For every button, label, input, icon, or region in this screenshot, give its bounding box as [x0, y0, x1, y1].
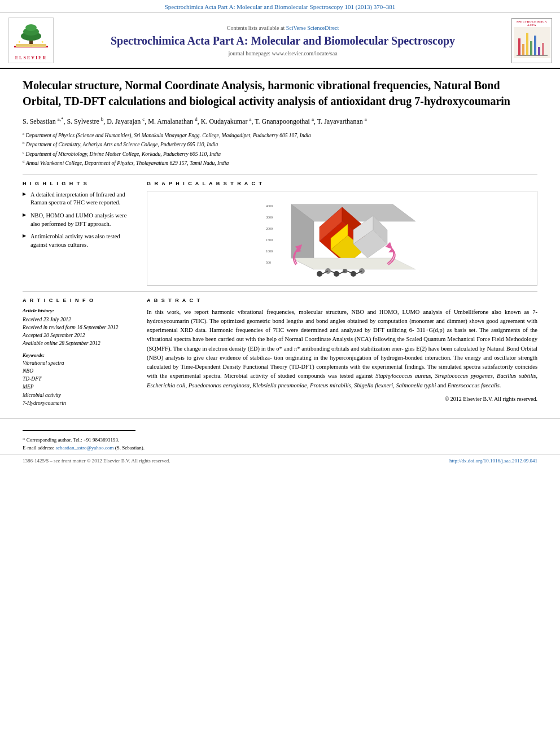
keyword-1: Vibrational spectra	[23, 359, 135, 367]
keyword-4: MEP	[23, 383, 135, 391]
elsevier-logo-box: ★ ★ ELSEVIER	[8, 18, 54, 63]
highlight-item-3: Antimicrobial activity was also tested a…	[23, 233, 135, 249]
corresponding-author: * Corresponding author. Tel.: +91 984369…	[23, 436, 537, 444]
svg-text:500: 500	[266, 261, 271, 264]
email-line: E-mail address: sebastian_astro@yahoo.co…	[23, 444, 537, 452]
elsevier-logo-container: ★ ★ ELSEVIER	[6, 18, 56, 63]
svg-text:★: ★	[18, 41, 21, 43]
keywords-label: Keywords:	[23, 352, 135, 358]
authors-line: S. Sebastian a,*, S. Sylvestre b, D. Jay…	[23, 116, 537, 126]
svg-text:★: ★	[41, 41, 44, 43]
history-label: Article history:	[23, 308, 135, 313]
svg-point-36	[317, 271, 322, 277]
graphical-abstract-box: 4000 3000 2000 1500 1000 500	[147, 191, 537, 286]
abstract-column: A B S T R A C T In this work, we report …	[147, 298, 537, 408]
elsevier-tree-icon: ★ ★	[11, 20, 51, 51]
header-center: Contents lists available at SciVerse Sci…	[62, 18, 504, 63]
highlight-item-2: NBO, HOMO and LUMO analysis were also pe…	[23, 212, 135, 228]
spectroacta-logo-icon	[514, 27, 550, 58]
abstract-text: In this work, we report harmonic vibrati…	[147, 308, 537, 390]
graphical-abstract-column: G R A P H I C A L A B S T R A C T 4000 3…	[147, 181, 537, 286]
abstract-heading: A B S T R A C T	[147, 298, 537, 303]
footnote-divider	[23, 430, 135, 431]
svg-text:2000: 2000	[266, 227, 273, 230]
highlight-item-1: A detailed interpretation of Infrared an…	[23, 191, 135, 207]
page-wrapper: Spectrochimica Acta Part A: Molecular an…	[0, 0, 560, 747]
svg-rect-16	[538, 47, 540, 55]
keyword-3: TD-DFT	[23, 375, 135, 383]
topbar-text: Spectrochimica Acta Part A: Molecular an…	[165, 3, 396, 10]
keyword-6: 7-Hydroxycoumarin	[23, 399, 135, 407]
doi-url[interactable]: http://dx.doi.org/10.1016/j.saa.2012.09.…	[449, 458, 537, 464]
article-info-abstract-section: A R T I C L E I N F O Article history: R…	[23, 298, 537, 408]
graphical-abstract-svg: 4000 3000 2000 1500 1000 500	[263, 196, 421, 281]
footer-section: * Corresponding author. Tel.: +91 984369…	[0, 418, 560, 455]
journal-topbar: Spectrochimica Acta Part A: Molecular an…	[0, 0, 560, 13]
doi-link[interactable]: http://dx.doi.org/10.1016/j.saa.2012.09.…	[449, 458, 537, 464]
email-suffix: (S. Sebastian).	[114, 445, 145, 451]
sciverse-link[interactable]: SciVerse ScienceDirect	[286, 25, 339, 31]
graphical-abstract-heading: G R A P H I C A L A B S T R A C T	[147, 181, 537, 186]
keywords-list: Vibrational spectra NBO TD-DFT MEP Micro…	[23, 359, 135, 408]
spectroacta-logo-label: SPECTROCHIMICAACTA	[517, 20, 547, 27]
article-info-column: A R T I C L E I N F O Article history: R…	[23, 298, 135, 408]
svg-text:3000: 3000	[266, 216, 273, 219]
email-address[interactable]: sebastian_astro@yahoo.com	[55, 445, 113, 451]
bottom-bar: 1386-1425/$ – see front matter © 2012 El…	[0, 455, 560, 466]
svg-rect-15	[534, 36, 536, 55]
affiliations: a Department of Physics (Science and Hum…	[23, 131, 537, 168]
journal-title-header: Spectrochimica Acta Part A: Molecular an…	[111, 33, 455, 48]
svg-rect-13	[526, 33, 528, 55]
keyword-2: NBO	[23, 367, 135, 375]
keyword-5: Microbial activity	[23, 391, 135, 399]
footnote-text: * Corresponding author. Tel.: +91 984369…	[23, 436, 537, 452]
article-dates: Received 23 July 2012 Received in revise…	[23, 316, 135, 348]
copyright-notice: © 2012 Elsevier B.V. All rights reserved…	[147, 396, 537, 402]
sciverse-line: Contents lists available at SciVerse Sci…	[227, 25, 339, 31]
spectroacta-logo: SPECTROCHIMICAACTA	[511, 18, 552, 63]
highlights-column: H I G H L I G H T S A detailed interpret…	[23, 181, 135, 286]
elsevier-label: ELSEVIER	[11, 55, 51, 60]
svg-point-4	[25, 24, 37, 31]
article-title: Molecular structure, Normal Coordinate A…	[23, 77, 537, 109]
main-content: Molecular structure, Normal Coordinate A…	[0, 69, 560, 413]
issn-text: 1386-1425/$ – see front matter © 2012 El…	[23, 458, 170, 464]
svg-rect-12	[522, 44, 524, 55]
highlights-graphical-section: H I G H L I G H T S A detailed interpret…	[23, 181, 537, 286]
header-section: ★ ★ ELSEVIER Contents lists available at…	[0, 13, 560, 69]
email-label: E-mail address:	[23, 445, 55, 451]
available-date: Available online 28 September 2012	[23, 339, 135, 347]
highlights-heading: H I G H L I G H T S	[23, 181, 135, 186]
svg-rect-14	[530, 41, 532, 55]
article-info-heading: A R T I C L E I N F O	[23, 298, 135, 303]
section-divider-2	[23, 291, 537, 292]
svg-text:4000: 4000	[266, 204, 273, 208]
revised-date: Received in revised form 16 September 20…	[23, 324, 135, 331]
highlights-list: A detailed interpretation of Infrared an…	[23, 191, 135, 250]
journal-homepage: journal homepage: www.elsevier.com/locat…	[228, 50, 337, 56]
svg-text:1500: 1500	[266, 238, 273, 242]
spectroacta-logo-container: SPECTROCHIMICAACTA	[509, 18, 554, 63]
section-divider-1	[23, 174, 537, 175]
received-date: Received 23 July 2012	[23, 316, 135, 324]
svg-text:1000: 1000	[266, 250, 273, 253]
accepted-date: Accepted 20 September 2012	[23, 331, 135, 339]
svg-rect-17	[542, 43, 544, 55]
svg-rect-11	[518, 38, 520, 55]
